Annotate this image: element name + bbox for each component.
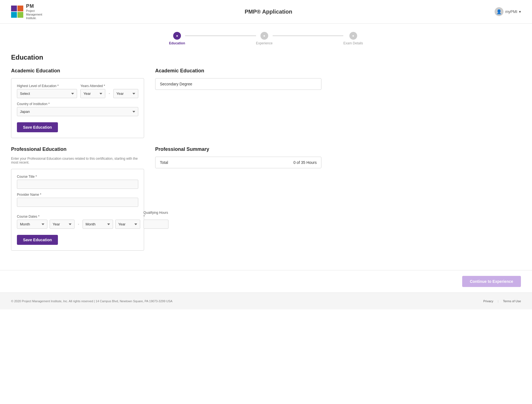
highest-level-label: Highest Level of Education * <box>17 84 77 88</box>
professional-save-button[interactable]: Save Education <box>17 235 58 245</box>
academic-form-card: Highest Level of Education * Select Year… <box>11 78 144 138</box>
privacy-link[interactable]: Privacy <box>483 299 493 303</box>
course-dates-group: Course Dates * Month Year - Month <box>17 215 140 229</box>
highest-level-group: Highest Level of Education * Select <box>17 84 77 98</box>
years-attended-group: Years Attended * Year - Year <box>80 84 138 98</box>
step-experience: ● Experience <box>256 32 273 45</box>
footer: © 2020 Project Management Institute, Inc… <box>0 293 532 309</box>
provider-name-label: Provider Name * <box>17 193 138 197</box>
summary-total-label: Total <box>160 160 168 165</box>
academic-summary-card: Secondary Degree <box>155 78 321 90</box>
years-attended-label: Years Attended * <box>80 84 138 88</box>
footer-copyright: © 2020 Project Management Institute, Inc… <box>11 299 172 303</box>
course-title-label: Course Title * <box>17 175 138 179</box>
logo-pm: PM <box>26 3 42 9</box>
professional-form-col: Professional Education Enter your Profes… <box>11 146 144 251</box>
course-title-input[interactable] <box>17 180 138 189</box>
year-from-select[interactable]: Year <box>80 89 105 98</box>
step-label-experience: Experience <box>256 41 273 45</box>
month-from-select[interactable]: Month <box>17 220 47 229</box>
logo-area: PM ProjectManagementInstitute. <box>11 3 42 20</box>
highest-level-select[interactable]: Select <box>17 89 77 98</box>
pmi-logo <box>11 6 23 18</box>
professional-description: Enter your Professional Education course… <box>11 157 144 164</box>
course-dates-range: Month Year - Month Year <box>17 220 140 229</box>
date-range-dash: - <box>77 222 80 226</box>
year-to-select[interactable]: Year <box>113 89 138 98</box>
main-content: Education Academic Education Highest Lev… <box>0 51 332 270</box>
academic-form-col: Academic Education Highest Level of Educ… <box>11 68 144 138</box>
academic-summary-title: Academic Education <box>155 68 321 74</box>
academic-save-button[interactable]: Save Education <box>17 122 58 132</box>
user-menu[interactable]: 👤 myPMI ▾ <box>495 7 521 16</box>
progress-section: ● Education ● Experience ● Exam Details <box>0 24 532 51</box>
progress-bar: ● Education ● Experience ● Exam Details <box>169 32 363 45</box>
page-title: Education <box>11 54 321 61</box>
step-label-exam: Exam Details <box>343 41 363 45</box>
step-circle-education: ● <box>173 32 181 40</box>
country-select[interactable]: Japan <box>17 107 138 116</box>
year-range-dash: - <box>108 91 111 96</box>
step-line-1 <box>185 35 256 36</box>
step-line-2 <box>273 35 344 36</box>
academic-summary-col: Academic Education Secondary Degree <box>155 68 321 138</box>
chevron-down-icon: ▾ <box>519 9 521 14</box>
prof-year-from-select[interactable]: Year <box>50 220 75 229</box>
professional-summary-title: Professional Summary <box>155 146 321 152</box>
country-label: Country of Institution * <box>17 102 138 106</box>
professional-summary-col: Professional Summary Total 0 of 35 Hours <box>155 146 321 251</box>
years-attended-range: Year - Year <box>80 89 138 98</box>
continue-section: Continue to Experience <box>0 270 532 293</box>
professional-section: Professional Education Enter your Profes… <box>11 146 321 251</box>
academic-section: Academic Education Highest Level of Educ… <box>11 68 321 138</box>
professional-summary-card: Total 0 of 35 Hours <box>155 157 321 168</box>
course-dates-label: Course Dates * <box>17 215 140 218</box>
course-title-group: Course Title * <box>17 175 138 189</box>
provider-name-input[interactable] <box>17 198 138 207</box>
footer-links: Privacy | Terms of Use <box>483 299 521 303</box>
professional-form-card: Course Title * Provider Name * Course Da… <box>11 169 144 251</box>
header: PM ProjectManagementInstitute. PMP® Appl… <box>0 0 532 24</box>
user-label: myPMI <box>505 9 517 14</box>
month-to-select[interactable]: Month <box>83 220 113 229</box>
step-education: ● Education <box>169 32 185 45</box>
logo-sub: ProjectManagementInstitute. <box>26 9 42 20</box>
summary-total-value: 0 of 35 Hours <box>293 160 317 165</box>
academic-form-title: Academic Education <box>11 68 144 74</box>
step-circle-exam: ● <box>349 32 357 40</box>
provider-name-group: Provider Name * <box>17 193 138 207</box>
step-exam: ● Exam Details <box>343 32 363 45</box>
user-avatar-icon: 👤 <box>495 7 503 16</box>
footer-divider: | <box>498 299 498 303</box>
step-label-education: Education <box>169 41 185 45</box>
step-circle-experience: ● <box>260 32 268 40</box>
terms-link[interactable]: Terms of Use <box>503 299 521 303</box>
course-dates-row: Course Dates * Month Year - Month <box>17 211 138 229</box>
prof-year-to-select[interactable]: Year <box>115 220 140 229</box>
continue-button[interactable]: Continue to Experience <box>462 276 521 287</box>
academic-summary-value: Secondary Degree <box>160 82 192 86</box>
country-group: Country of Institution * Japan <box>17 102 138 116</box>
logo-text: PM ProjectManagementInstitute. <box>26 3 42 20</box>
professional-form-title: Professional Education <box>11 146 144 152</box>
page-header-title: PMP® Application <box>245 9 292 15</box>
